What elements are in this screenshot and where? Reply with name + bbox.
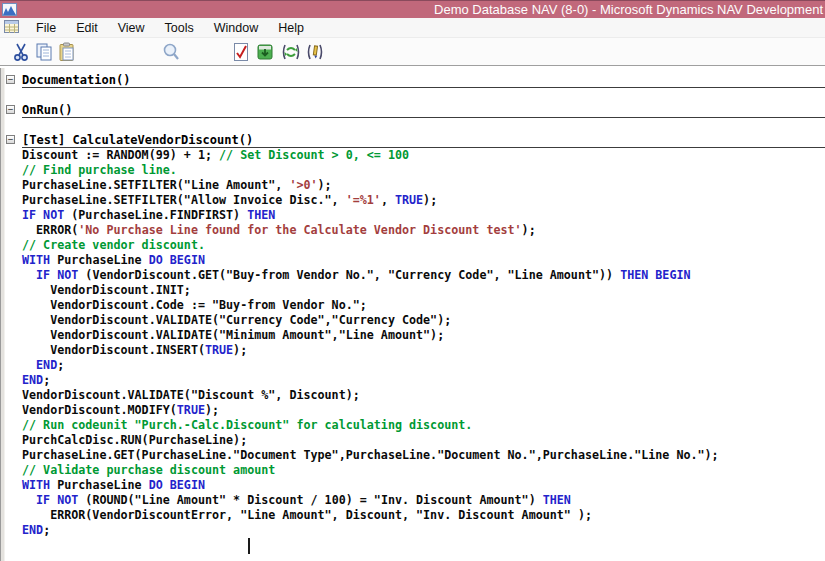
code-line[interactable]: VendorDiscount.Code := "Buy-from Vendor … [22,298,825,313]
text-caret [248,538,250,554]
code-line[interactable]: VendorDiscount.INSERT(TRUE); [22,343,825,358]
code-line[interactable]: PurchaseLine.GET(PurchaseLine."Document … [22,448,825,463]
code-line[interactable]: END; [22,373,825,388]
symbol-refresh-icon[interactable] [280,41,302,63]
menu-bar: File Edit View Tools Window Help [0,18,825,38]
paste-icon[interactable] [56,41,78,63]
code-line[interactable]: PurchaseLine.SETFILTER("Allow Invoice Di… [22,193,825,208]
code-line[interactable]: // Find purchase line. [22,163,825,178]
nav-dev-environment-window: Demo Database NAV (8-0) - Microsoft Dyna… [0,0,825,561]
blank-line[interactable] [22,118,825,133]
code-line[interactable]: // Create vendor discount. [22,238,825,253]
code-line[interactable]: PurchCalcDisc.RUN(PurchaseLine); [22,433,825,448]
menu-help[interactable]: Help [268,18,314,38]
code-line[interactable] [22,538,825,553]
section-header: −[Test] CalculateVendorDiscount() [22,133,825,148]
code-editor[interactable]: −Documentation()−OnRun()−[Test] Calculat… [0,68,825,561]
code-line[interactable]: Discount := RANDOM(99) + 1; // Set Disco… [22,148,825,163]
code-line[interactable]: IF NOT (PurchaseLine.FINDFIRST) THEN [22,208,825,223]
toolbar [0,38,825,66]
code-line[interactable]: WITH PurchaseLine DO BEGIN [22,253,825,268]
code-line[interactable]: END; [22,358,825,373]
blank-line[interactable] [22,88,825,103]
code-line[interactable]: ERROR('No Purchase Line found for the Ca… [22,223,825,238]
collapse-toggle-icon[interactable]: − [6,105,15,114]
code-line[interactable]: WITH PurchaseLine DO BEGIN [22,478,825,493]
code-line[interactable]: ERROR(VendorDiscountError, "Line Amount"… [22,508,825,523]
symbol-edit-icon[interactable] [304,41,326,63]
table-window-icon[interactable] [4,20,19,36]
code-line[interactable]: PurchaseLine.SETFILTER("Line Amount", '>… [22,178,825,193]
menu-window[interactable]: Window [204,18,268,38]
menu-edit[interactable]: Edit [66,18,108,38]
copy-icon[interactable] [33,41,55,63]
code-line[interactable]: END; [22,523,825,538]
title-bar: Demo Database NAV (8-0) - Microsoft Dyna… [0,0,825,18]
check-document-icon[interactable] [230,41,252,63]
code-area: −Documentation()−OnRun()−[Test] Calculat… [22,73,825,553]
section-header: −OnRun() [22,103,825,118]
code-line[interactable]: IF NOT (ROUND("Line Amount" * Discount /… [22,493,825,508]
code-line[interactable]: VendorDiscount.INIT; [22,283,825,298]
menu-tools[interactable]: Tools [155,18,204,38]
code-line[interactable]: // Validate purchase discount amount [22,463,825,478]
cut-icon[interactable] [10,41,32,63]
section-header: −Documentation() [22,73,825,88]
collapse-toggle-icon[interactable]: − [6,75,15,84]
code-line[interactable]: IF NOT (VendorDiscount.GET("Buy-from Ven… [22,268,825,283]
find-icon[interactable] [160,41,182,63]
section-title: Documentation() [22,73,130,87]
app-chart-icon[interactable] [2,3,17,16]
section-title: OnRun() [22,103,73,117]
code-line[interactable]: VendorDiscount.VALIDATE("Discount %", Di… [22,388,825,403]
menu-view[interactable]: View [108,18,155,38]
menu-file[interactable]: File [26,18,66,38]
code-line[interactable]: VendorDiscount.VALIDATE("Minimum Amount"… [22,328,825,343]
section-title: [Test] CalculateVendorDiscount() [22,133,253,147]
code-line[interactable]: // Run codeunit "Purch.-Calc.Discount" f… [22,418,825,433]
code-line[interactable]: VendorDiscount.VALIDATE("Currency Code",… [22,313,825,328]
editor-left-margin [0,68,5,561]
import-table-icon[interactable] [254,41,276,63]
collapse-toggle-icon[interactable]: − [6,135,15,144]
window-title: Demo Database NAV (8-0) - Microsoft Dyna… [434,1,823,19]
code-line[interactable]: VendorDiscount.MODIFY(TRUE); [22,403,825,418]
